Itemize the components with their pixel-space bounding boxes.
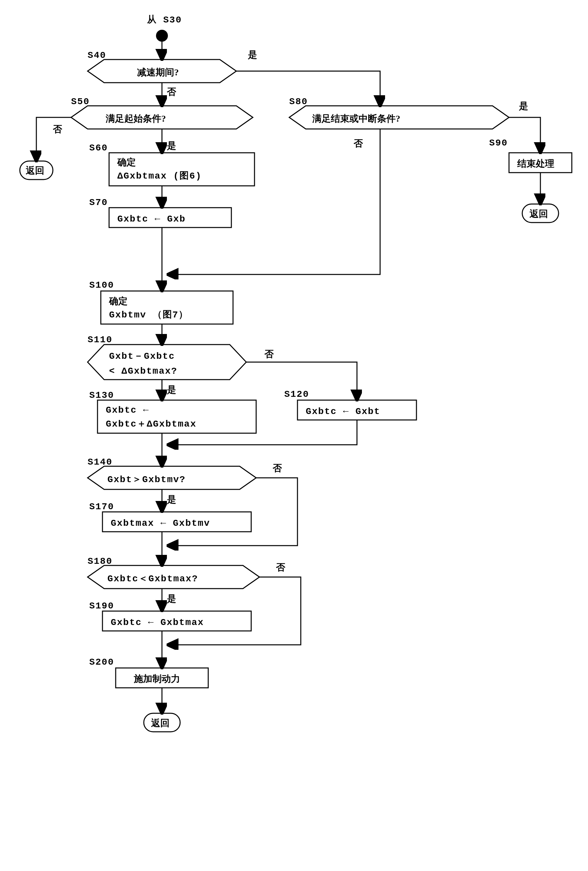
s140-id: S140 [88, 457, 112, 467]
s90-text: 结束处理 [517, 159, 554, 169]
s120-text: Gxbtc ← Gxbt [306, 406, 381, 417]
s200-id: S200 [89, 657, 114, 667]
s110-yes: 是 [167, 385, 176, 395]
flowchart: 从 S30 S40 减速期间? 是 否 S50 满足起始条件? 否 是 返回 S… [7, 7, 588, 871]
s180-no: 否 [276, 562, 285, 572]
s140-no: 否 [272, 463, 282, 473]
s110-l2: < ΔGxbtmax? [109, 366, 178, 376]
entry-label: 从 S30 [147, 15, 182, 25]
s60-l2: ΔGxbtmax (图6) [117, 171, 202, 181]
s50-id: S50 [71, 97, 90, 107]
s100-l2: Gxbtmv （图7） [109, 310, 188, 320]
return-bottom: 返回 [151, 718, 170, 728]
s50-text: 满足起始条件? [106, 114, 166, 124]
s120-id: S120 [284, 389, 309, 400]
s190-text: Gxbtc ← Gxbtmax [111, 617, 204, 628]
s80-text: 满足结束或中断条件? [312, 114, 400, 124]
s40-no: 否 [167, 87, 176, 97]
s130-l2: Gxbtc＋ΔGxbtmax [106, 419, 196, 429]
s40-id: S40 [88, 50, 106, 60]
s50-no: 否 [52, 124, 63, 134]
s110-no: 否 [264, 349, 274, 359]
s130-id: S130 [89, 390, 114, 400]
s80-yes: 是 [519, 101, 528, 111]
s100-l1: 确定 [109, 296, 128, 306]
s140-text: Gxbt＞Gxbtmv? [107, 474, 186, 485]
s130-l1: Gxbtc ← [106, 405, 149, 415]
s80-no: 否 [353, 138, 363, 148]
return-right: 返回 [530, 209, 548, 219]
s40-text: 减速期间? [137, 67, 179, 77]
s50-yes: 是 [167, 141, 176, 151]
s40-yes: 是 [248, 49, 257, 60]
s170-id: S170 [89, 501, 114, 512]
s200-text: 施加制动力 [134, 673, 180, 684]
s110-id: S110 [88, 335, 112, 345]
s90-id: S90 [489, 138, 508, 148]
s60-id: S60 [89, 143, 108, 153]
svg-point-1 [156, 30, 168, 42]
s180-yes: 是 [167, 594, 176, 604]
s180-id: S180 [88, 556, 112, 566]
s190-id: S190 [89, 601, 114, 611]
s170-text: Gxbtmax ← Gxbtmv [111, 518, 210, 528]
s140-yes: 是 [167, 494, 176, 504]
s60-l1: 确定 [117, 157, 136, 167]
s70-text: Gxbtc ← Gxb [117, 214, 186, 224]
return-left: 返回 [26, 165, 44, 176]
s110-l1: Gxbt－Gxbtc [109, 351, 175, 361]
s100-id: S100 [89, 280, 114, 290]
s70-id: S70 [89, 198, 108, 208]
s80-id: S80 [289, 97, 308, 107]
s180-text: Gxbtc＜Gxbtmax? [107, 574, 198, 584]
